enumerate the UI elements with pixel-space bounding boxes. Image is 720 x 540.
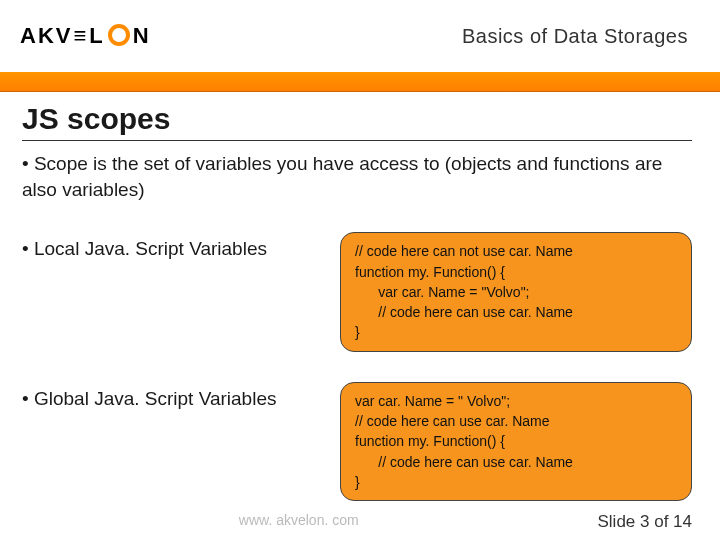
bullet-local-row: Local Java. Script Variables // code her… (22, 232, 692, 351)
company-logo: AKV≡LN (20, 23, 151, 49)
slide-title: JS scopes (22, 102, 692, 141)
code-line: // code here can use car. Name (355, 411, 677, 431)
code-line: // code here can use car. Name (355, 452, 677, 472)
footer-url: www. akvelon. com (0, 512, 597, 532)
local-variables-label: Local Java. Script Variables (34, 238, 267, 259)
bullet-marker-icon (22, 238, 34, 259)
global-variables-label: Global Java. Script Variables (34, 388, 277, 409)
code-box-global: var car. Name = " Volvo"; // code here c… (340, 382, 692, 501)
slide-footer: www. akvelon. com Slide 3 of 14 (0, 512, 720, 532)
code-line: // code here can use car. Name (355, 302, 677, 322)
intro-text: Scope is the set of variables you have a… (22, 153, 662, 200)
bullet-local-label: Local Java. Script Variables (22, 232, 322, 260)
page-number: Slide 3 of 14 (597, 512, 692, 532)
code-line: var car. Name = " Volvo"; (355, 391, 677, 411)
logo-text-post: N (133, 23, 151, 49)
presentation-title: Basics of Data Storages (462, 25, 688, 48)
code-line: } (355, 322, 677, 342)
slide-content: JS scopes Scope is the set of variables … (0, 92, 720, 501)
code-line: function my. Function() { (355, 262, 677, 282)
bullet-global-row: Global Java. Script Variables var car. N… (22, 382, 692, 501)
bullet-marker-icon (22, 153, 34, 174)
logo-text-mid: L (89, 23, 104, 49)
bullet-global-label: Global Java. Script Variables (22, 382, 322, 410)
accent-bar (0, 72, 720, 92)
logo-ring-icon (108, 24, 130, 46)
code-line: function my. Function() { (355, 431, 677, 451)
code-box-local: // code here can not use car. Name funct… (340, 232, 692, 351)
bullet-marker-icon (22, 388, 34, 409)
intro-bullet: Scope is the set of variables you have a… (22, 151, 692, 202)
header-bar: AKV≡LN Basics of Data Storages (0, 0, 720, 72)
code-line: } (355, 472, 677, 492)
code-line: // code here can not use car. Name (355, 241, 677, 261)
logo-text-pre: AKV (20, 23, 72, 49)
code-line: var car. Name = "Volvo"; (355, 282, 677, 302)
